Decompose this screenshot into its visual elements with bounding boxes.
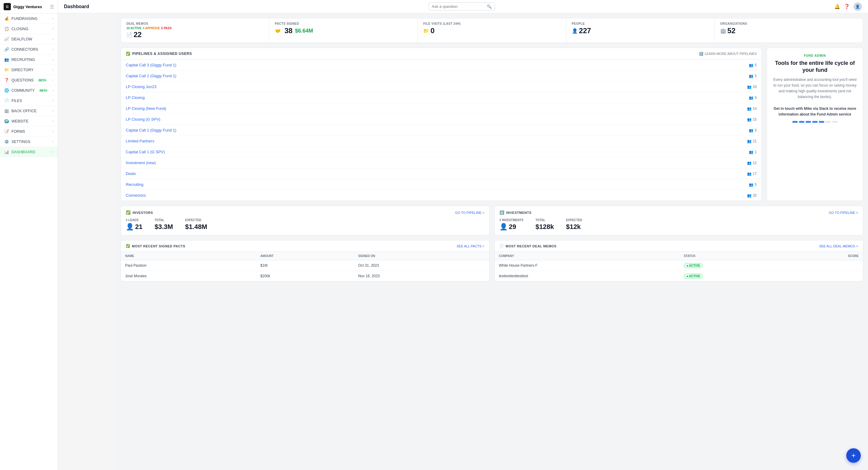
search-box[interactable]: 🔍 bbox=[429, 2, 495, 10]
sidebar-item-files[interactable]: 📄 FILES › bbox=[0, 96, 58, 106]
dot-7 bbox=[832, 121, 838, 123]
investors-go-pipeline[interactable]: GO TO PIPELINE > bbox=[455, 211, 484, 215]
pipeline-row[interactable]: Recruiting 👥 5 bbox=[121, 179, 762, 190]
recent-pacts-table: NAME AMOUNT SIGNED ON Paul Paulson $1M O… bbox=[121, 252, 489, 281]
dot-2 bbox=[799, 121, 804, 123]
sidebar-label-community: COMMUNITY bbox=[11, 88, 35, 93]
pipeline-row[interactable]: Capital Call 1 (Giggy Fund 1) 👥 5 bbox=[121, 125, 762, 136]
search-icon: 🔍 bbox=[487, 4, 492, 9]
pacts-table-header: NAME AMOUNT SIGNED ON bbox=[121, 252, 489, 260]
memos-table-header: COMPANY STATUS SCORE bbox=[495, 252, 863, 260]
notification-icon[interactable]: 🔔 bbox=[834, 4, 840, 9]
sidebar-item-community[interactable]: 🌐 COMMUNITY BETA › bbox=[0, 85, 58, 96]
avatar[interactable]: 👤 bbox=[854, 2, 862, 11]
sidebar-item-forms[interactable]: 📝 FORMS › bbox=[0, 126, 58, 137]
sidebar-item-directory[interactable]: 📁 DIRECTORY › bbox=[0, 65, 58, 75]
fab-button[interactable]: + bbox=[846, 448, 861, 463]
pipeline-row[interactable]: Capital Call 2 (Giggy Fund 1) 👥 5 bbox=[121, 71, 762, 82]
sidebar-icon-community: 🌐 bbox=[4, 88, 9, 93]
pipeline-row[interactable]: Capital Call 3 (Giggy Fund 1) 👥 5 bbox=[121, 60, 762, 71]
sidebar-item-connectors[interactable]: 🔗 CONNECTORS › bbox=[0, 44, 58, 55]
investors-title: ✅ INVESTORS bbox=[126, 210, 153, 215]
main-content: DEAL MEMOS 10 ACTIVE 4 APPROVE 5 PASS 📄 … bbox=[116, 13, 868, 470]
pipeline-count: 👥 5 bbox=[749, 183, 757, 187]
sidebar-item-questions[interactable]: ❓ QUESTIONS BETA › bbox=[0, 75, 58, 85]
recent-memos-table: COMPANY STATUS SCORE White House Partner… bbox=[495, 252, 863, 281]
pacts-col-signed: SIGNED ON bbox=[354, 252, 489, 260]
pipeline-count-icon: 👥 bbox=[747, 171, 752, 176]
investments-count-icon: 👤 bbox=[499, 223, 507, 231]
company-name: Giggy Ventures bbox=[13, 4, 48, 9]
sidebar-item-dealflow[interactable]: 📈 DEALFLOW › bbox=[0, 34, 58, 44]
pipeline-count-icon: 👥 bbox=[747, 139, 752, 143]
pipeline-count-icon: 👥 bbox=[749, 183, 753, 187]
investors-leads-label: # LEADS bbox=[126, 218, 142, 222]
sidebar-item-back-office[interactable]: 🏢 BACK OFFICE › bbox=[0, 106, 58, 116]
pipeline-name: Capital Call 1 (G SPV) bbox=[126, 150, 165, 154]
sidebar-icon-dashboard: 📊 bbox=[4, 150, 9, 154]
search-input[interactable] bbox=[432, 4, 485, 9]
pact-signed: Oct 31, 2023 bbox=[354, 260, 489, 271]
content-grid: ✅ PIPELINES & ASSIGNED USERS ℹ️ LEARN MO… bbox=[121, 48, 863, 201]
pipeline-row[interactable]: Connectors 👥 32 bbox=[121, 190, 762, 200]
topbar: Dashboard 🔍 🔔 ❓ 👤 bbox=[58, 0, 868, 13]
learn-more-link[interactable]: ℹ️ LEARN MORE ABOUT PIPELINES bbox=[699, 52, 757, 56]
sidebar-item-left-community: 🌐 COMMUNITY BETA bbox=[4, 88, 49, 93]
investors-expected-value: $1.48M bbox=[185, 223, 207, 231]
help-icon[interactable]: ❓ bbox=[844, 4, 850, 9]
sidebar-item-settings[interactable]: ⚙️ SETTINGS › bbox=[0, 137, 58, 147]
see-all-pacts[interactable]: SEE ALL PACTS > bbox=[457, 244, 484, 248]
pipeline-name: Recruiting bbox=[126, 182, 144, 187]
sidebar-chevron-files: › bbox=[53, 99, 53, 102]
sidebar-icon-questions: ❓ bbox=[4, 78, 9, 82]
pipeline-row[interactable]: Deals 👥 17 bbox=[121, 168, 762, 179]
stat-active-badge: 10 ACTIVE bbox=[126, 27, 142, 30]
sidebar-label-website: WEBSITE bbox=[11, 119, 28, 123]
investors-expected-label: EXPECTED bbox=[185, 218, 207, 222]
sidebar-item-website[interactable]: 🌍 WEBSITE › bbox=[0, 116, 58, 126]
pipeline-row[interactable]: LP Closing (New Fund) 👥 14 bbox=[121, 103, 762, 114]
sidebar-item-left-recruiting: 👥 RECRUITING bbox=[4, 57, 35, 62]
investments-stats: # INVESTMENTS 👤 29 TOTAL $128k EXPECTED … bbox=[499, 218, 858, 231]
pipeline-row[interactable]: Capital Call 1 (G SPV) 👥 1 bbox=[121, 147, 762, 157]
stat-deal-memos-badges: 10 ACTIVE 4 APPROVE 5 PASS bbox=[126, 27, 264, 30]
sidebar-chevron-recruiting: › bbox=[53, 58, 53, 61]
pipeline-name: Deals bbox=[126, 171, 136, 176]
stat-pacts-signed: PACTS SIGNED 🤝 38 $6.64M bbox=[269, 19, 418, 42]
recent-memos-icon: 📄 bbox=[499, 244, 504, 248]
sidebar-item-dashboard[interactable]: 📊 DASHBOARD › bbox=[0, 147, 58, 157]
memos-col-score: SCORE bbox=[787, 252, 863, 260]
pipeline-count: 👥 17 bbox=[747, 171, 757, 176]
collapse-icon[interactable]: ☰ bbox=[50, 4, 54, 10]
pipelines-icon: ✅ bbox=[126, 52, 131, 56]
sidebar-item-closing[interactable]: 📋 CLOSING › bbox=[0, 24, 58, 34]
table-row: White House Partners F ● ACTIVE bbox=[495, 260, 863, 271]
see-all-memos[interactable]: SEE ALL DEAL MEMOS > bbox=[819, 244, 858, 248]
investors-investments-row: ✅ INVESTORS GO TO PIPELINE > # LEADS 👤 2… bbox=[121, 206, 863, 235]
investments-go-pipeline[interactable]: GO TO PIPELINE > bbox=[829, 211, 858, 215]
pipeline-count-icon: 👥 bbox=[749, 96, 753, 100]
pipeline-row[interactable]: LP Closing Jun23 👥 33 bbox=[121, 82, 762, 92]
investments-expected: EXPECTED $12k bbox=[566, 218, 582, 231]
sidebar-item-left-connectors: 🔗 CONNECTORS bbox=[4, 47, 38, 52]
pipeline-row[interactable]: Investment (new) 👥 12 bbox=[121, 157, 762, 168]
sidebar-chevron-fundraising: › bbox=[53, 17, 53, 20]
stat-pacts-value: 38 bbox=[284, 27, 292, 35]
stat-orgs-value: 52 bbox=[727, 27, 736, 35]
pipeline-count-icon: 👥 bbox=[749, 128, 753, 132]
sidebar-item-fundraising[interactable]: 💰 FUNDRAISING › bbox=[0, 13, 58, 24]
sidebar-chevron-directory: › bbox=[53, 68, 53, 71]
stat-people-label: PEOPLE bbox=[572, 22, 709, 25]
pipeline-row[interactable]: LP Closing (G SPV) 👥 15 bbox=[121, 114, 762, 125]
sidebar-chevron-community: › bbox=[53, 89, 53, 92]
memo-company: testtesttesttesttest bbox=[495, 271, 680, 281]
stat-deal-memos: DEAL MEMOS 10 ACTIVE 4 APPROVE 5 PASS 📄 … bbox=[121, 19, 269, 42]
sidebar-item-recruiting[interactable]: 👥 RECRUITING › bbox=[0, 55, 58, 65]
fund-admin-dots bbox=[773, 121, 857, 123]
sidebar-icon-files: 📄 bbox=[4, 98, 9, 103]
pipeline-row[interactable]: LP Closing 👥 9 bbox=[121, 92, 762, 103]
pipeline-row[interactable]: Limited Partners 👥 21 bbox=[121, 136, 762, 147]
sidebar-chevron-dashboard: › bbox=[53, 150, 53, 154]
sidebar-label-connectors: CONNECTORS bbox=[11, 48, 38, 52]
fund-admin-cta: Get in touch with Mike via Slack to rece… bbox=[774, 106, 856, 117]
